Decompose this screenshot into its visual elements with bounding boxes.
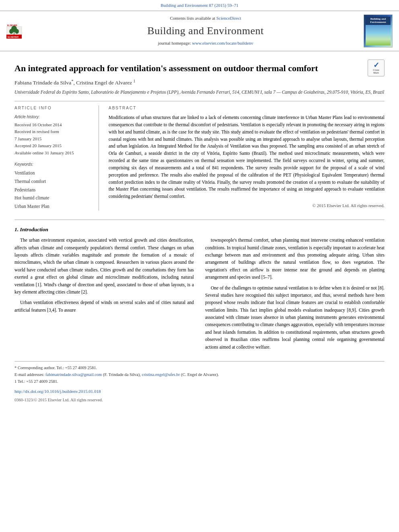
intro-two-col: The urban environment expansion, associa… — [14, 236, 385, 354]
keywords-list: Ventilation Thermal comfort Pedestrians … — [14, 169, 91, 210]
revised-date: Received in revised form7 January 2015 — [14, 128, 91, 142]
homepage-link: journal homepage: www.elsevier.com/locat… — [158, 40, 253, 47]
cover-photo — [366, 25, 391, 45]
abstract-text: Modifications of urban structures that a… — [109, 114, 385, 200]
divider-1 — [14, 101, 385, 101]
journal-reference: Building and Environment 87 (2015) 59–71 — [160, 3, 238, 8]
abstract-paragraph: Modifications of urban structures that a… — [109, 114, 385, 200]
copyright-footer: 0360-1323/© 2015 Elsevier Ltd. All right… — [14, 397, 385, 404]
sciencedirect-link: Contents lists available at ScienceDirec… — [170, 15, 241, 22]
article-title-area: An integrated approach for ventilation's… — [14, 58, 361, 78]
abstract-copyright: © 2015 Elsevier Ltd. All rights reserved… — [109, 203, 385, 209]
article-info-abstract: ARTICLE INFO Article history: Received 1… — [14, 105, 385, 211]
intro-left-text: The urban environment expansion, associa… — [14, 236, 194, 314]
article-title: An integrated approach for ventilation's… — [14, 63, 361, 74]
keyword-4: Hot humid climate — [14, 194, 91, 202]
journal-cover-area: Building andEnvironment — [356, 14, 393, 47]
main-content: An integrated approach for ventilation's… — [0, 51, 399, 410]
publisher-logo-area: ELSEVIER ELSEVIER — [6, 14, 55, 47]
page: Building and Environment 87 (2015) 59–71… — [0, 0, 399, 532]
corresponding-note: * Corresponding author. Tel.: +55 27 400… — [14, 365, 385, 372]
received-date: Received 16 October 2014 — [14, 121, 91, 129]
authors-line: Fabiana Trindade da Silva*, Cristina Eng… — [14, 78, 385, 87]
email-2-name: (C. Engel de Alvarez). — [181, 372, 219, 377]
crossmark-checkmark: ✓ — [373, 62, 379, 69]
footnotes: * Corresponding author. Tel.: +55 27 400… — [14, 361, 385, 404]
svg-text:ELSEVIER: ELSEVIER — [7, 24, 17, 27]
intro-para-2: Urban ventilation effectiveness depend o… — [14, 299, 194, 314]
crossmark-badge-area: ✓ CrossMark — [368, 60, 385, 76]
introduction-section: 1. Introduction The urban environment ex… — [14, 220, 385, 354]
email-1-name: (F. Trindade da Silva), — [103, 372, 141, 377]
affiliation: Universidade Federal do Espírito Santo, … — [14, 89, 385, 95]
elsevier-logo: ELSEVIER ELSEVIER — [6, 23, 43, 39]
keywords-label: Keywords: — [14, 162, 91, 168]
journal-title-header: Building and Environment — [147, 23, 263, 39]
available-date: Available online 31 January 2015 — [14, 150, 91, 157]
author-names: Fabiana Trindade da Silva*, Cristina Eng… — [14, 80, 136, 86]
doi-line: http://dx.doi.org/10.1016/j.buildenv.201… — [14, 388, 385, 395]
intro-para-1: The urban environment expansion, associa… — [14, 236, 194, 296]
cover-title: Building andEnvironment — [366, 16, 391, 25]
email-1[interactable]: fabimatrindade.silva@gmail.com — [45, 372, 102, 377]
email-label: E-mail addresses: — [14, 372, 44, 377]
keyword-1: Ventilation — [14, 169, 91, 177]
corresponding-star: * — [71, 79, 73, 83]
journal-ref-bar: Building and Environment 87 (2015) 59–71 — [0, 0, 399, 10]
article-dates: Received 16 October 2014 Received in rev… — [14, 121, 91, 157]
intro-right-text: townspeople's thermal comfort, urban pla… — [205, 236, 385, 351]
abstract-heading: ABSTRACT — [109, 105, 385, 111]
crossmark-label: CrossMark — [373, 69, 379, 74]
keyword-5: Urban Master Plan — [14, 202, 91, 211]
accepted-date: Accepted 20 January 2015 — [14, 142, 91, 150]
homepage-url[interactable]: www.elsevier.com/locate/buildenv — [192, 41, 253, 45]
journal-cover-image: Building andEnvironment — [364, 14, 393, 47]
intro-para-3: townspeople's thermal comfort, urban pla… — [205, 236, 385, 281]
history-label: Article history: — [14, 114, 91, 120]
svg-point-3 — [9, 29, 13, 34]
keyword-3: Pedestrians — [14, 186, 91, 194]
email-note: E-mail addresses: fabimatrindade.silva@g… — [14, 372, 385, 378]
keyword-2: Thermal comfort — [14, 177, 91, 186]
intro-right-col: townspeople's thermal comfort, urban pla… — [205, 236, 385, 354]
author-sup: 1 — [134, 79, 136, 83]
journal-header: ELSEVIER ELSEVIER Contents lists availab… — [0, 10, 399, 51]
intro-para-4: One of the challenges to optimise natura… — [205, 284, 385, 351]
sciencedirect-anchor[interactable]: ScienceDirect — [216, 16, 241, 21]
abstract-column: ABSTRACT Modifications of urban structur… — [109, 105, 385, 211]
intro-left-col: The urban environment expansion, associa… — [14, 236, 194, 354]
tel2-note: 1 Tel.: +55 27 4009 2581. — [14, 378, 385, 385]
section-title: 1. Introduction — [14, 226, 385, 234]
email-2[interactable]: cristina.engel@ufes.br — [142, 372, 180, 377]
journal-header-center: Contents lists available at ScienceDirec… — [55, 14, 356, 47]
crossmark-badge: ✓ CrossMark — [368, 60, 385, 76]
svg-text:ELSEVIER: ELSEVIER — [8, 36, 19, 38]
article-info-column: ARTICLE INFO Article history: Received 1… — [14, 105, 99, 211]
svg-point-4 — [15, 29, 19, 34]
article-info-heading: ARTICLE INFO — [14, 105, 91, 111]
doi-link[interactable]: http://dx.doi.org/10.1016/j.buildenv.201… — [14, 389, 101, 394]
